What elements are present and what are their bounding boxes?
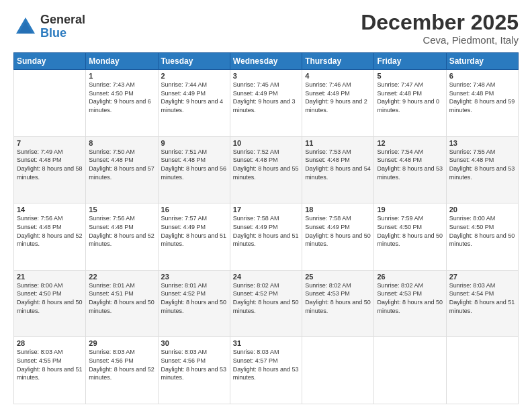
- cell-info: Sunrise: 7:48 AMSunset: 4:48 PMDaylight:…: [449, 81, 515, 113]
- day-header: Saturday: [446, 53, 518, 70]
- cell-info: Sunrise: 8:00 AMSunset: 4:50 PMDaylight:…: [449, 215, 515, 247]
- day-header: Tuesday: [158, 53, 230, 70]
- cell-info: Sunrise: 8:02 AMSunset: 4:53 PMDaylight:…: [305, 282, 371, 314]
- logo-icon: [13, 15, 38, 39]
- day-number: 16: [161, 205, 227, 214]
- day-number: 19: [377, 205, 443, 214]
- day-number: 1: [89, 72, 154, 80]
- calendar-cell: 7Sunrise: 7:49 AMSunset: 4:48 PMDaylight…: [14, 136, 86, 203]
- day-header: Thursday: [302, 53, 374, 70]
- day-number: 3: [233, 72, 299, 80]
- cell-info: Sunrise: 7:59 AMSunset: 4:50 PMDaylight:…: [377, 215, 443, 247]
- day-number: 28: [17, 339, 83, 347]
- logo-general: General: [40, 13, 85, 27]
- calendar-cell: 30Sunrise: 8:03 AMSunset: 4:56 PMDayligh…: [158, 337, 230, 404]
- day-header: Sunday: [14, 53, 86, 70]
- calendar-cell: 28Sunrise: 8:03 AMSunset: 4:55 PMDayligh…: [14, 337, 86, 404]
- cell-info: Sunrise: 8:02 AMSunset: 4:52 PMDaylight:…: [233, 282, 299, 314]
- cell-info: Sunrise: 7:43 AMSunset: 4:50 PMDaylight:…: [89, 81, 151, 113]
- cell-info: Sunrise: 8:02 AMSunset: 4:53 PMDaylight:…: [377, 282, 443, 314]
- calendar-cell: 27Sunrise: 8:03 AMSunset: 4:54 PMDayligh…: [446, 270, 518, 337]
- calendar-cell: 4Sunrise: 7:46 AMSunset: 4:49 PMDaylight…: [302, 70, 374, 137]
- cell-info: Sunrise: 7:56 AMSunset: 4:48 PMDaylight:…: [17, 215, 83, 247]
- calendar: SundayMondayTuesdayWednesdayThursdayFrid…: [13, 52, 519, 404]
- day-number: 21: [17, 273, 83, 281]
- cell-info: Sunrise: 8:01 AMSunset: 4:51 PMDaylight:…: [89, 282, 154, 314]
- day-number: 23: [161, 273, 227, 281]
- cell-info: Sunrise: 7:44 AMSunset: 4:49 PMDaylight:…: [161, 81, 224, 113]
- calendar-cell: 20Sunrise: 8:00 AMSunset: 4:50 PMDayligh…: [446, 203, 518, 271]
- calendar-cell: 22Sunrise: 8:01 AMSunset: 4:51 PMDayligh…: [86, 270, 158, 337]
- day-number: 15: [89, 205, 154, 214]
- day-number: 22: [89, 273, 154, 281]
- cell-info: Sunrise: 8:01 AMSunset: 4:52 PMDaylight:…: [161, 282, 227, 314]
- day-number: 13: [449, 139, 515, 147]
- calendar-week-row: 14Sunrise: 7:56 AMSunset: 4:48 PMDayligh…: [14, 203, 519, 271]
- day-number: 5: [377, 72, 443, 80]
- calendar-cell: 14Sunrise: 7:56 AMSunset: 4:48 PMDayligh…: [14, 203, 86, 271]
- day-number: 25: [305, 273, 371, 281]
- calendar-cell: 18Sunrise: 7:58 AMSunset: 4:49 PMDayligh…: [302, 203, 374, 271]
- calendar-week-row: 7Sunrise: 7:49 AMSunset: 4:48 PMDaylight…: [14, 136, 519, 203]
- calendar-cell: 31Sunrise: 8:03 AMSunset: 4:57 PMDayligh…: [230, 337, 302, 404]
- calendar-cell: 8Sunrise: 7:50 AMSunset: 4:48 PMDaylight…: [86, 136, 158, 203]
- cell-info: Sunrise: 7:54 AMSunset: 4:48 PMDaylight:…: [377, 148, 443, 181]
- logo-text: General Blue: [40, 13, 85, 40]
- calendar-cell: [446, 337, 518, 404]
- calendar-cell: 10Sunrise: 7:52 AMSunset: 4:48 PMDayligh…: [230, 136, 302, 203]
- day-number: 20: [449, 205, 515, 214]
- calendar-cell: [302, 337, 374, 404]
- calendar-cell: 11Sunrise: 7:53 AMSunset: 4:48 PMDayligh…: [302, 136, 374, 203]
- calendar-cell: 9Sunrise: 7:51 AMSunset: 4:48 PMDaylight…: [158, 136, 230, 203]
- day-number: 12: [377, 139, 443, 147]
- day-header: Monday: [86, 53, 158, 70]
- day-number: 11: [305, 139, 371, 147]
- calendar-cell: 19Sunrise: 7:59 AMSunset: 4:50 PMDayligh…: [374, 203, 446, 271]
- calendar-cell: 16Sunrise: 7:57 AMSunset: 4:49 PMDayligh…: [158, 203, 230, 271]
- cell-info: Sunrise: 7:55 AMSunset: 4:48 PMDaylight:…: [449, 148, 515, 181]
- cell-info: Sunrise: 7:46 AMSunset: 4:49 PMDaylight:…: [305, 81, 367, 113]
- day-number: 7: [17, 139, 83, 147]
- calendar-cell: 17Sunrise: 7:58 AMSunset: 4:49 PMDayligh…: [230, 203, 302, 271]
- cell-info: Sunrise: 7:49 AMSunset: 4:48 PMDaylight:…: [17, 148, 83, 181]
- day-number: 10: [233, 139, 299, 147]
- calendar-cell: 12Sunrise: 7:54 AMSunset: 4:48 PMDayligh…: [374, 136, 446, 203]
- month-title: December 2025: [361, 11, 519, 34]
- cell-info: Sunrise: 7:57 AMSunset: 4:49 PMDaylight:…: [161, 215, 227, 247]
- cell-info: Sunrise: 7:56 AMSunset: 4:48 PMDaylight:…: [89, 215, 154, 247]
- cell-info: Sunrise: 7:47 AMSunset: 4:48 PMDaylight:…: [377, 81, 439, 113]
- title-block: December 2025 Ceva, Piedmont, Italy: [361, 11, 519, 46]
- calendar-cell: [374, 337, 446, 404]
- cell-info: Sunrise: 8:03 AMSunset: 4:56 PMDaylight:…: [89, 349, 154, 381]
- location: Ceva, Piedmont, Italy: [361, 34, 519, 46]
- cell-info: Sunrise: 7:50 AMSunset: 4:48 PMDaylight:…: [89, 148, 154, 181]
- day-header: Wednesday: [230, 53, 302, 70]
- calendar-cell: 23Sunrise: 8:01 AMSunset: 4:52 PMDayligh…: [158, 270, 230, 337]
- calendar-week-row: 21Sunrise: 8:00 AMSunset: 4:50 PMDayligh…: [14, 270, 519, 337]
- calendar-week-row: 1Sunrise: 7:43 AMSunset: 4:50 PMDaylight…: [14, 70, 519, 137]
- calendar-cell: 13Sunrise: 7:55 AMSunset: 4:48 PMDayligh…: [446, 136, 518, 203]
- day-number: 6: [449, 72, 515, 80]
- calendar-cell: 5Sunrise: 7:47 AMSunset: 4:48 PMDaylight…: [374, 70, 446, 137]
- cell-info: Sunrise: 7:53 AMSunset: 4:48 PMDaylight:…: [305, 148, 371, 181]
- calendar-week-row: 28Sunrise: 8:03 AMSunset: 4:55 PMDayligh…: [14, 337, 519, 404]
- calendar-cell: 24Sunrise: 8:02 AMSunset: 4:52 PMDayligh…: [230, 270, 302, 337]
- day-number: 31: [233, 339, 299, 347]
- day-header: Friday: [374, 53, 446, 70]
- day-number: 14: [17, 205, 83, 214]
- header: General Blue December 2025 Ceva, Piedmon…: [13, 11, 519, 46]
- cell-info: Sunrise: 8:03 AMSunset: 4:56 PMDaylight:…: [161, 349, 227, 381]
- calendar-cell: 6Sunrise: 7:48 AMSunset: 4:48 PMDaylight…: [446, 70, 518, 137]
- cell-info: Sunrise: 7:58 AMSunset: 4:49 PMDaylight:…: [305, 215, 371, 247]
- cell-info: Sunrise: 8:03 AMSunset: 4:55 PMDaylight:…: [17, 349, 83, 381]
- cell-info: Sunrise: 7:51 AMSunset: 4:48 PMDaylight:…: [161, 148, 227, 181]
- calendar-cell: 15Sunrise: 7:56 AMSunset: 4:48 PMDayligh…: [86, 203, 158, 271]
- logo-blue: Blue: [40, 27, 85, 40]
- day-header-row: SundayMondayTuesdayWednesdayThursdayFrid…: [14, 53, 519, 70]
- day-number: 30: [161, 339, 227, 347]
- cell-info: Sunrise: 7:58 AMSunset: 4:49 PMDaylight:…: [233, 215, 299, 247]
- cell-info: Sunrise: 8:03 AMSunset: 4:57 PMDaylight:…: [233, 349, 299, 381]
- day-number: 9: [161, 139, 227, 147]
- calendar-cell: [14, 70, 86, 137]
- calendar-cell: 26Sunrise: 8:02 AMSunset: 4:53 PMDayligh…: [374, 270, 446, 337]
